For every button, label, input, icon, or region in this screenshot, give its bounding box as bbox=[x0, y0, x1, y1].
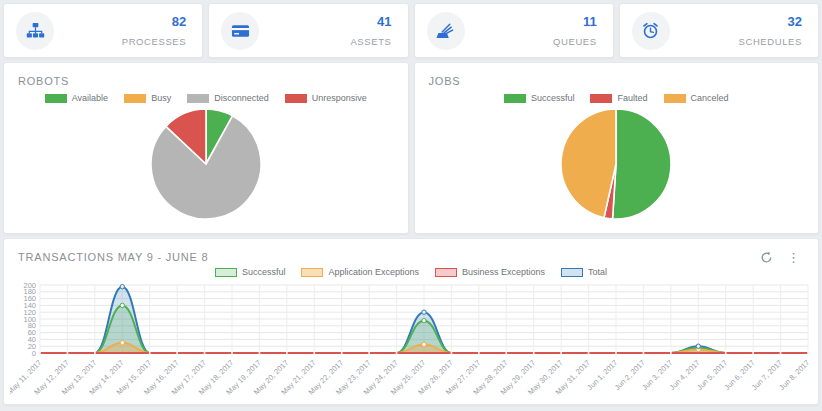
stat-card-processes[interactable]: 82 PROCESSES bbox=[3, 3, 203, 58]
stat-card-queues[interactable]: 11 QUEUES bbox=[414, 3, 614, 58]
legend-item-canceled[interactable]: Canceled bbox=[664, 93, 729, 103]
transactions-chart-svg[interactable]: 020406080100120140160180200May 11, 2017M… bbox=[10, 279, 818, 401]
jobs-pie-chart[interactable] bbox=[415, 103, 819, 225]
legend-label: Successful bbox=[242, 267, 286, 277]
legend-item-successful[interactable]: Successful bbox=[504, 93, 575, 103]
legend-label: Unresponsive bbox=[312, 93, 367, 103]
queues-count: 11 bbox=[553, 15, 597, 29]
robots-pie-chart[interactable] bbox=[4, 103, 408, 225]
legend-label: Business Exceptions bbox=[462, 267, 545, 277]
pie-panels-row: ROBOTS AvailableBusyDisconnectedUnrespon… bbox=[0, 58, 822, 234]
legend-item-total[interactable]: Total bbox=[561, 267, 607, 277]
legend-swatch bbox=[215, 268, 237, 277]
y-axis-tick-label: 200 bbox=[23, 281, 36, 290]
schedules-label: SCHEDULES bbox=[739, 36, 802, 47]
queues-label: QUEUES bbox=[553, 36, 597, 47]
legend-swatch bbox=[285, 94, 307, 103]
transactions-panel: TRANSACTIONS MAY 9 - JUNE 8 ⋮ Successful… bbox=[3, 238, 819, 405]
legend-swatch bbox=[561, 268, 583, 277]
kebab-menu-icon[interactable]: ⋮ bbox=[787, 251, 800, 264]
transactions-panel-title: TRANSACTIONS MAY 9 - JUNE 8 bbox=[4, 239, 223, 265]
jobs-panel: JOBS SuccessfulFaultedCanceled bbox=[414, 62, 820, 234]
legend-item-successful[interactable]: Successful bbox=[215, 267, 286, 277]
schedules-count: 32 bbox=[739, 15, 802, 29]
assets-count: 41 bbox=[350, 15, 391, 29]
legend-swatch bbox=[504, 94, 526, 103]
legend-label: Total bbox=[588, 267, 607, 277]
credit-card-icon bbox=[221, 12, 259, 50]
legend-item-disconnected[interactable]: Disconnected bbox=[187, 93, 269, 103]
legend-swatch bbox=[187, 94, 209, 103]
legend-item-busy[interactable]: Busy bbox=[124, 93, 171, 103]
jobs-legend: SuccessfulFaultedCanceled bbox=[415, 93, 819, 103]
legend-swatch bbox=[124, 94, 146, 103]
sitemap-icon bbox=[16, 12, 54, 50]
stat-card-schedules[interactable]: 32 SCHEDULES bbox=[619, 3, 819, 58]
pie-slice-canceled[interactable] bbox=[561, 109, 616, 218]
robots-legend: AvailableBusyDisconnectedUnresponsive bbox=[4, 93, 408, 103]
legend-label: Disconnected bbox=[214, 93, 269, 103]
pie-slice-successful[interactable] bbox=[613, 109, 671, 219]
legend-item-faulted[interactable]: Faulted bbox=[590, 93, 647, 103]
legend-swatch bbox=[590, 94, 612, 103]
legend-swatch bbox=[301, 268, 323, 277]
legend-label: Canceled bbox=[691, 93, 729, 103]
legend-label: Application Exceptions bbox=[328, 267, 419, 277]
stat-cards-row: 82 PROCESSES 41 ASSETS 11 QUEUES bbox=[0, 0, 822, 58]
legend-label: Available bbox=[72, 93, 108, 103]
legend-item-unresponsive[interactable]: Unresponsive bbox=[285, 93, 367, 103]
legend-item-application-exceptions[interactable]: Application Exceptions bbox=[301, 267, 419, 277]
transactions-area-chart[interactable]: 020406080100120140160180200May 11, 2017M… bbox=[4, 277, 818, 405]
robots-panel: ROBOTS AvailableBusyDisconnectedUnrespon… bbox=[3, 62, 409, 234]
legend-swatch bbox=[664, 94, 686, 103]
robots-panel-title: ROBOTS bbox=[4, 63, 408, 89]
legend-label: Faulted bbox=[617, 93, 647, 103]
processes-label: PROCESSES bbox=[122, 36, 187, 47]
legend-item-business-exceptions[interactable]: Business Exceptions bbox=[435, 267, 545, 277]
jobs-panel-title: JOBS bbox=[415, 63, 819, 89]
queue-stack-icon bbox=[427, 12, 465, 50]
assets-label: ASSETS bbox=[350, 36, 391, 47]
legend-item-available[interactable]: Available bbox=[45, 93, 108, 103]
transactions-legend: SuccessfulApplication ExceptionsBusiness… bbox=[4, 267, 818, 277]
legend-label: Successful bbox=[531, 93, 575, 103]
alarm-clock-icon bbox=[632, 12, 670, 50]
refresh-icon[interactable] bbox=[760, 251, 773, 264]
legend-swatch bbox=[435, 268, 457, 277]
processes-count: 82 bbox=[122, 15, 187, 29]
legend-label: Busy bbox=[151, 93, 171, 103]
stat-card-assets[interactable]: 41 ASSETS bbox=[208, 3, 408, 58]
legend-swatch bbox=[45, 94, 67, 103]
